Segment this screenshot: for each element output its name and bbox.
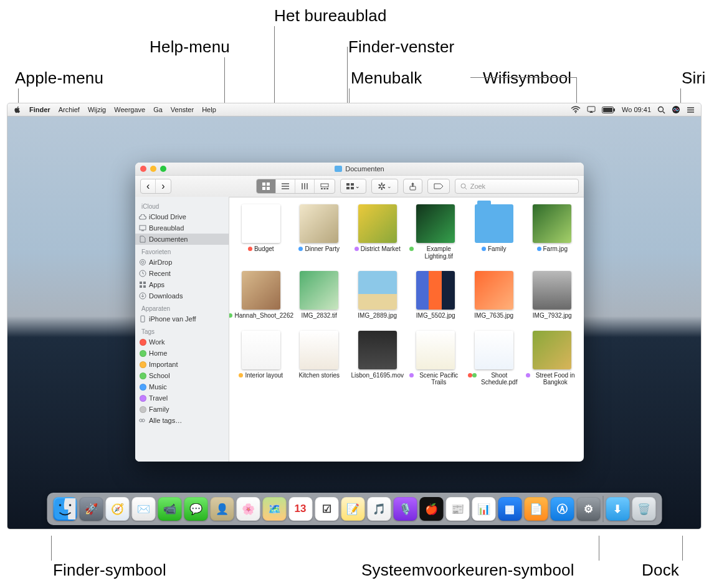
file-item[interactable]: Scenic Pacific Trails <box>408 331 464 386</box>
menu-ga[interactable]: Ga <box>153 106 163 113</box>
menu-app-name[interactable]: Finder <box>29 106 50 113</box>
file-item[interactable]: IMG_7932.jpg <box>525 271 581 320</box>
dock-tv[interactable]: 🍎 <box>419 497 443 521</box>
file-item[interactable]: Family <box>466 204 522 260</box>
file-item[interactable]: Lisbon_61695.mov <box>350 331 406 386</box>
back-button[interactable]: ‹ <box>141 179 156 193</box>
file-item[interactable]: Farm.jpg <box>525 204 581 260</box>
search-field[interactable]: Zoek <box>455 179 579 194</box>
dock-systeemvoorkeuren[interactable]: ⚙︎ <box>576 497 600 521</box>
tag-dot-icon <box>239 373 243 377</box>
dock-prullenmand[interactable]: 🗑️ <box>632 497 655 521</box>
view-gallery[interactable] <box>315 179 335 193</box>
arrange-menu[interactable]: ⌄ <box>340 179 366 194</box>
dock-safari[interactable]: 🧭 <box>105 497 129 521</box>
file-item[interactable]: Shoot Schedule.pdf <box>466 331 522 386</box>
airplay-icon[interactable] <box>587 106 596 113</box>
dock-notes[interactable]: 📝 <box>341 497 364 521</box>
dock-photos[interactable]: 🌸 <box>236 497 260 521</box>
sidebar-item-music[interactable]: Music <box>135 381 229 392</box>
dock-reminders[interactable]: ☑︎ <box>315 497 338 521</box>
dock: 🚀🧭✉️📹💬👤🌸🗺️13☑︎📝🎵🎙️🍎📰📊▦📄Ⓐ⚙︎⬇︎🗑️ <box>47 493 662 525</box>
sidebar-item-bureaublad[interactable]: Bureaublad <box>135 222 229 234</box>
share-button[interactable] <box>403 179 422 194</box>
sidebar-item-important[interactable]: Important <box>135 359 229 370</box>
sidebar-item-iphone-van-jeff[interactable]: iPhone van Jeff <box>135 313 229 325</box>
dock-messages[interactable]: 💬 <box>184 497 207 521</box>
clock[interactable]: Wo 09:41 <box>622 106 651 113</box>
menu-wijzig[interactable]: Wijzig <box>88 106 106 113</box>
apps-icon <box>139 281 146 288</box>
dock-finder[interactable] <box>53 497 77 521</box>
spotlight-icon[interactable] <box>657 106 665 114</box>
view-icon[interactable] <box>257 179 276 193</box>
file-item[interactable]: Street Food in Bangkok <box>525 331 581 386</box>
dock-keynote[interactable]: ▦ <box>498 497 521 521</box>
dock-maps[interactable]: 🗺️ <box>262 497 286 521</box>
file-item[interactable]: IMG_2889.jpg <box>350 271 406 320</box>
label-wifi: Wifisymbool <box>483 69 571 88</box>
tag-button[interactable] <box>427 179 450 194</box>
file-item[interactable]: IMG_5502.jpg <box>408 271 464 320</box>
file-item[interactable]: District Market <box>350 204 406 260</box>
menu-help[interactable]: Help <box>202 106 216 113</box>
wifi-icon[interactable] <box>571 106 581 113</box>
dock-music[interactable]: 🎵 <box>367 497 391 521</box>
folder-icon <box>335 166 342 172</box>
sidebar-item-work[interactable]: Work <box>135 336 229 348</box>
sidebar-item-label: iCloud Drive <box>149 213 186 220</box>
tags-icon <box>139 417 146 424</box>
file-thumbnail <box>358 331 397 369</box>
sidebar-item-school[interactable]: School <box>135 370 229 381</box>
menu-weergave[interactable]: Weergave <box>114 106 145 113</box>
dock-podcasts[interactable]: 🎙️ <box>393 497 417 521</box>
file-item[interactable]: Hannah_Shoot_2262 <box>233 271 289 320</box>
dock-app-store[interactable]: Ⓐ <box>550 497 574 521</box>
apple-menu[interactable] <box>14 106 21 113</box>
file-name: IMG_5502.jpg <box>416 312 455 320</box>
sidebar-item-recent[interactable]: Recent <box>135 268 229 279</box>
sidebar-item-family[interactable]: Family <box>135 404 229 415</box>
sidebar-item-home[interactable]: Home <box>135 348 229 359</box>
dock-facetime[interactable]: 📹 <box>158 497 181 521</box>
menu-archief[interactable]: Archief <box>59 106 80 113</box>
tag-dot-icon <box>139 372 146 379</box>
dock-news[interactable]: 📰 <box>445 497 469 521</box>
file-item[interactable]: Kitchen stories <box>292 331 348 386</box>
dock-launchpad[interactable]: 🚀 <box>79 497 103 521</box>
svg-rect-25 <box>346 183 350 186</box>
file-item[interactable]: Interior layout <box>233 331 289 386</box>
sidebar-item-label: Downloads <box>149 292 183 300</box>
action-menu[interactable]: ✲ ⌄ <box>371 179 398 194</box>
desktop[interactable]: Finder Archief Wijzig Weergave Ga Venste… <box>7 103 701 529</box>
file-item[interactable]: Budget <box>233 204 289 260</box>
file-item[interactable]: Dinner Party <box>292 204 348 260</box>
dock-contacts[interactable]: 👤 <box>210 497 234 521</box>
file-thumbnail <box>242 204 280 243</box>
sidebar-item-airdrop[interactable]: AirDrop <box>135 257 229 268</box>
dock-numbers[interactable]: 📊 <box>472 497 495 521</box>
svg-rect-32 <box>140 225 146 230</box>
sidebar-item-icloud-drive[interactable]: iCloud Drive <box>135 211 229 222</box>
siri-icon[interactable] <box>672 105 680 114</box>
sidebar-item-alle-tags…[interactable]: Alle tags… <box>135 415 229 426</box>
dock-calendar[interactable]: 13 <box>288 497 312 521</box>
sidebar-item-documenten[interactable]: Documenten <box>135 234 229 245</box>
file-item[interactable]: IMG_2832.tif <box>292 271 348 320</box>
dock-pages[interactable]: 📄 <box>524 497 548 521</box>
forward-button[interactable]: › <box>156 179 170 193</box>
file-item[interactable]: Example Lighting.tif <box>408 204 464 260</box>
dock-downloads[interactable]: ⬇︎ <box>606 497 629 521</box>
sidebar-item-apps[interactable]: Apps <box>135 279 229 290</box>
titlebar[interactable]: Documenten <box>135 163 584 176</box>
menu-venster[interactable]: Venster <box>171 106 194 113</box>
tag-dot-icon <box>409 373 414 377</box>
dock-mail[interactable]: ✉️ <box>131 497 155 521</box>
battery-icon[interactable] <box>602 107 616 113</box>
notification-center-icon[interactable] <box>687 107 695 113</box>
sidebar-item-travel[interactable]: Travel <box>135 392 229 404</box>
view-list[interactable] <box>276 179 295 193</box>
file-item[interactable]: IMG_7635.jpg <box>466 271 522 320</box>
sidebar-item-downloads[interactable]: Downloads <box>135 290 229 301</box>
view-column[interactable] <box>295 179 315 193</box>
